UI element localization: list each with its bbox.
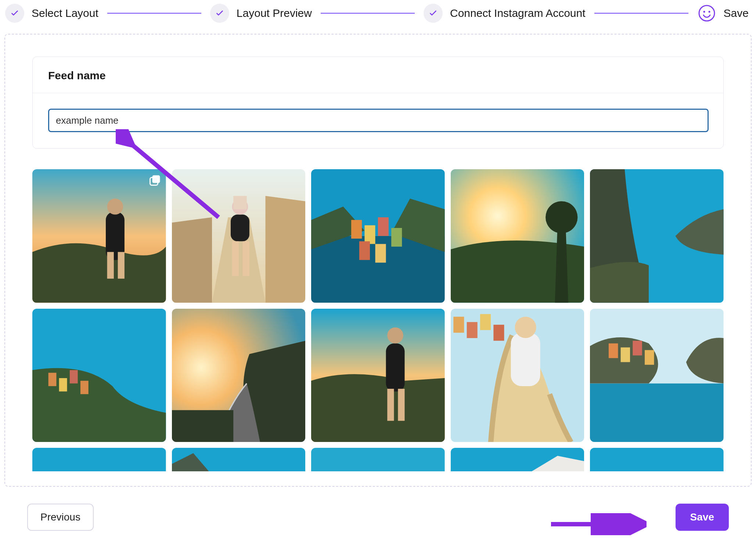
feed-image[interactable] (451, 309, 584, 442)
svg-rect-47 (590, 383, 724, 442)
svg-point-7 (107, 199, 123, 215)
svg-rect-15 (233, 196, 246, 209)
smile-icon (697, 4, 716, 23)
svg-point-2 (708, 11, 710, 13)
feed-name-card: Feed name (32, 57, 724, 149)
feed-image[interactable] (451, 448, 584, 471)
feed-grid (32, 169, 724, 471)
feed-image[interactable] (311, 309, 445, 442)
feed-image[interactable] (32, 448, 166, 471)
multi-image-icon (148, 174, 162, 187)
svg-rect-40 (453, 316, 464, 333)
svg-rect-33 (172, 410, 233, 442)
step-label: Save (724, 7, 749, 19)
svg-rect-42 (480, 314, 491, 330)
svg-rect-37 (398, 389, 405, 421)
save-button[interactable]: Save (676, 504, 729, 531)
svg-rect-49 (621, 347, 630, 362)
check-icon (424, 4, 443, 23)
svg-point-45 (515, 316, 536, 338)
svg-rect-54 (311, 448, 445, 471)
svg-rect-50 (633, 341, 642, 355)
step-connector (594, 13, 688, 14)
feed-image[interactable] (590, 169, 724, 303)
stepper: Select Layout Layout Preview Connect Ins… (0, 0, 756, 34)
footer: Previous Save (0, 493, 756, 544)
step-select-layout[interactable]: Select Layout (5, 4, 98, 23)
feed-image[interactable] (172, 169, 306, 303)
svg-point-38 (387, 327, 403, 344)
feed-image[interactable] (172, 309, 306, 442)
svg-point-25 (546, 201, 577, 233)
svg-rect-13 (242, 241, 249, 276)
svg-rect-8 (152, 175, 160, 183)
svg-rect-43 (493, 324, 504, 341)
svg-rect-6 (118, 252, 125, 279)
check-icon (5, 4, 24, 23)
svg-rect-28 (48, 373, 57, 386)
feed-image[interactable] (311, 169, 445, 303)
feed-image[interactable] (32, 169, 166, 303)
card-header: Feed name (33, 57, 723, 93)
svg-rect-35 (386, 343, 405, 391)
svg-rect-52 (32, 448, 166, 471)
svg-point-1 (703, 11, 705, 13)
card-body (33, 93, 723, 148)
card-title: Feed name (48, 69, 709, 82)
previous-button[interactable]: Previous (27, 504, 94, 531)
svg-rect-5 (107, 252, 114, 279)
svg-rect-23 (375, 244, 386, 263)
step-label: Connect Instagram Account (450, 7, 586, 19)
svg-rect-51 (645, 350, 654, 365)
svg-rect-44 (511, 333, 540, 386)
svg-rect-41 (467, 322, 477, 338)
check-icon (210, 4, 229, 23)
svg-point-0 (699, 6, 714, 21)
svg-rect-48 (609, 343, 618, 358)
svg-rect-19 (365, 225, 375, 244)
step-layout-preview[interactable]: Layout Preview (210, 4, 312, 23)
svg-rect-31 (80, 381, 89, 394)
step-connect-instagram[interactable]: Connect Instagram Account (424, 4, 586, 23)
step-connector (321, 13, 415, 14)
svg-rect-22 (359, 241, 370, 260)
step-save[interactable]: Save (697, 4, 749, 23)
step-connector (107, 13, 201, 14)
svg-rect-20 (378, 217, 389, 236)
main-container: Feed name (4, 34, 752, 487)
feed-name-input[interactable] (48, 109, 709, 132)
feed-image[interactable] (311, 448, 445, 471)
svg-rect-36 (387, 389, 394, 421)
svg-rect-18 (351, 220, 362, 239)
step-label: Layout Preview (237, 7, 312, 19)
feed-image[interactable] (32, 309, 166, 442)
svg-rect-56 (590, 448, 724, 471)
feed-image[interactable] (172, 448, 306, 471)
feed-image[interactable] (590, 309, 724, 442)
svg-rect-12 (232, 241, 238, 276)
feed-image[interactable] (590, 448, 724, 471)
step-label: Select Layout (32, 7, 98, 19)
feed-image[interactable] (451, 169, 584, 303)
svg-rect-30 (70, 370, 78, 383)
svg-rect-21 (391, 228, 402, 247)
svg-rect-29 (59, 378, 67, 391)
svg-rect-11 (231, 215, 249, 242)
